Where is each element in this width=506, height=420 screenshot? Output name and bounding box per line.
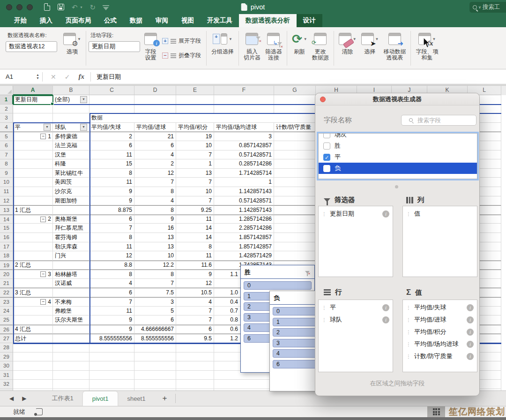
cell-B26[interactable] — [53, 325, 89, 334]
cell-C27[interactable]: 8.555555556 — [89, 334, 134, 343]
row-header-28[interactable]: 28 — [0, 343, 13, 352]
cell-E29[interactable] — [176, 352, 214, 362]
name-box-stepper[interactable]: ▲▼ — [36, 74, 39, 80]
row-header-20[interactable]: 20 — [0, 270, 13, 279]
cell-D13[interactable]: 8 — [134, 205, 176, 215]
cell-E31[interactable] — [176, 371, 214, 380]
ribbon-tab-视图[interactable]: 视图 — [175, 14, 201, 27]
area-item-值[interactable]: ⋮值 — [403, 208, 477, 220]
cell-E21[interactable]: 12 — [176, 279, 214, 288]
field-search-input[interactable] — [417, 117, 469, 124]
normal-view-button[interactable] — [427, 406, 445, 418]
row-header-7[interactable]: 7 — [0, 150, 13, 160]
collapse-group-button[interactable]: − — [40, 299, 46, 305]
field-checkbox-负[interactable] — [323, 165, 330, 172]
cell-C14[interactable]: 6 — [89, 215, 134, 224]
cell-G4[interactable]: 计数/防守质量 — [274, 123, 316, 132]
cell-B28[interactable] — [53, 343, 89, 352]
info-icon[interactable]: i — [467, 353, 474, 360]
row-header-17[interactable]: 17 — [0, 242, 13, 252]
cell-C10[interactable]: 11 — [89, 178, 134, 187]
field-row-平[interactable]: ✓平 — [319, 151, 477, 163]
cell-E13[interactable]: 9.25 — [176, 205, 214, 215]
cell-B2[interactable] — [53, 105, 89, 114]
cell-D20[interactable]: 8 — [134, 270, 176, 279]
cell-C23[interactable]: 7 — [89, 297, 134, 307]
cell-E16[interactable]: 14 — [176, 233, 214, 242]
ribbon-tab-审阅[interactable]: 审阅 — [149, 14, 175, 27]
row-header-3[interactable]: 3 — [0, 113, 13, 123]
cell-D11[interactable]: 8 — [134, 187, 176, 196]
cell-B1[interactable]: (全部)▼ — [53, 95, 89, 105]
cell-D16[interactable]: 13 — [134, 233, 176, 242]
cell-D29[interactable] — [134, 352, 176, 362]
cell-E9[interactable]: 13 — [176, 169, 214, 178]
cell-C3[interactable]: 数据 — [89, 113, 316, 123]
cell-G7[interactable] — [274, 150, 316, 160]
slicer-item-负-3[interactable]: 3 — [273, 339, 319, 347]
minimize-window-button[interactable] — [16, 4, 22, 10]
cell-G12[interactable] — [274, 196, 316, 206]
cell-E20[interactable]: 9 — [176, 270, 214, 279]
cell-C15[interactable]: 7 — [89, 224, 134, 233]
slicer-item-负-6[interactable]: 6 — [273, 360, 319, 368]
cell-E22[interactable]: 10.5 — [176, 288, 214, 297]
cell-B30[interactable] — [53, 361, 89, 371]
cell-B21[interactable]: 汉诺威 — [53, 279, 89, 288]
cell-B29[interactable] — [53, 352, 89, 362]
cell-A2[interactable] — [13, 105, 53, 114]
cell-D2[interactable] — [134, 105, 176, 114]
cell-B18[interactable]: 门兴 — [53, 251, 89, 261]
row-header-5[interactable]: 5 — [0, 132, 13, 141]
column-header-A[interactable]: A — [13, 86, 53, 95]
cell-A27[interactable]: 总计 — [13, 334, 53, 343]
slicer-item-胜-0[interactable]: 0 — [244, 281, 312, 290]
row-header-21[interactable]: 21 — [0, 279, 13, 288]
cell-C30[interactable] — [89, 361, 134, 371]
ribbon-tab-页面布局[interactable]: 页面布局 — [59, 14, 97, 27]
cell-A25[interactable] — [13, 315, 53, 325]
enter-icon[interactable]: ✓ — [65, 73, 70, 81]
cell-D4[interactable]: 平均值/进球 — [134, 123, 176, 132]
cell-F11[interactable]: 1.142857143 — [214, 187, 274, 196]
cell-D24[interactable]: 5 — [134, 307, 176, 316]
cell-F5[interactable]: 3 — [214, 132, 274, 141]
cell-C13[interactable]: 8.875 — [89, 205, 134, 215]
cell-D1[interactable] — [134, 95, 176, 105]
cell-B5[interactable]: 多特蒙德 — [53, 132, 89, 141]
cell-B4[interactable]: 球队▼ — [53, 123, 89, 132]
cell-A4[interactable]: 平▼ — [13, 123, 53, 132]
row-header-15[interactable]: 15 — [0, 224, 13, 233]
row-header-24[interactable]: 24 — [0, 307, 13, 316]
cell-G14[interactable] — [274, 215, 316, 224]
cell-C11[interactable]: 9 — [89, 187, 134, 196]
area-item-平[interactable]: ⋮平i — [319, 301, 393, 314]
cell-E30[interactable] — [176, 361, 214, 371]
cell-A9[interactable] — [13, 169, 53, 178]
cell-E5[interactable]: 19 — [176, 132, 214, 141]
cell-A31[interactable] — [13, 371, 53, 380]
cell-C21[interactable]: 4 — [89, 279, 134, 288]
cell-E10[interactable]: 7 — [176, 178, 214, 187]
cell-C19[interactable]: 8.8 — [89, 261, 134, 270]
add-sheet-button[interactable]: + — [155, 391, 174, 406]
cell-C25[interactable]: 9 — [89, 315, 134, 325]
cell-C16[interactable]: 8 — [89, 233, 134, 242]
cell-D15[interactable]: 16 — [134, 224, 176, 233]
cell-C5[interactable]: 2 — [89, 132, 134, 141]
cell-B17[interactable]: 勒沃库森 — [53, 242, 89, 252]
cell-A5[interactable]: −1 — [13, 132, 53, 141]
cell-A30[interactable] — [13, 361, 53, 371]
cell-C1[interactable] — [89, 95, 134, 105]
cell-B19[interactable] — [53, 261, 89, 270]
cell-F17[interactable]: 1.857142857 — [214, 242, 274, 252]
field-row-场次[interactable]: 场次 — [319, 133, 477, 140]
save-icon[interactable] — [58, 4, 64, 10]
cell-E14[interactable]: 11 — [176, 215, 214, 224]
cell-E6[interactable]: 10 — [176, 141, 214, 150]
cell-A13[interactable]: 1 汇总 — [13, 205, 53, 215]
ribbon-tab-开始[interactable]: 开始 — [7, 14, 33, 27]
cell-A7[interactable] — [13, 150, 53, 160]
cell-A15[interactable] — [13, 224, 53, 233]
cell-D32[interactable] — [134, 380, 176, 389]
